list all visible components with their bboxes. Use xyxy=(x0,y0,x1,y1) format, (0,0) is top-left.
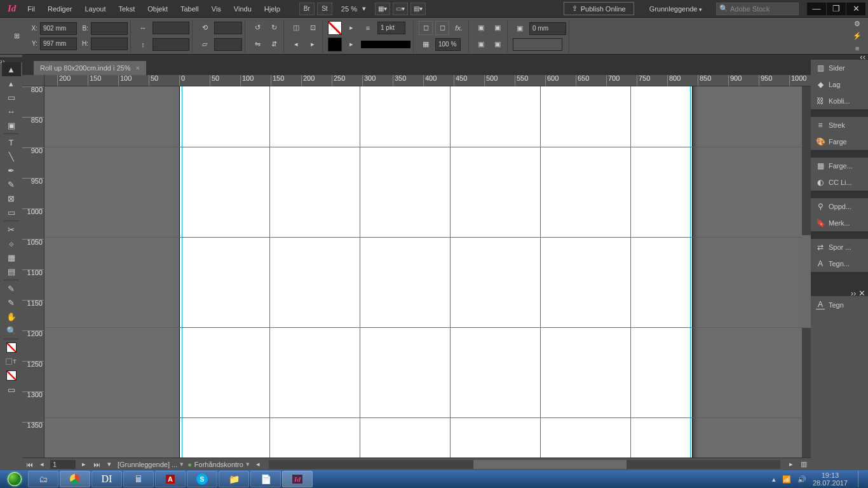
panel-menu-icon[interactable]: ≡ xyxy=(850,42,864,54)
publish-online-button[interactable]: ⇪Publish Online xyxy=(564,2,634,15)
split-view-icon[interactable]: ▥ xyxy=(799,460,808,468)
taskbar-app-skype[interactable]: S xyxy=(187,471,217,487)
panel-swatches[interactable]: ▦Farge... xyxy=(811,158,868,174)
dock-handle[interactable] xyxy=(22,55,811,60)
container-select-icon[interactable]: ◫ xyxy=(289,21,303,35)
screen-mode-icon[interactable]: ▭▾ xyxy=(393,3,408,15)
page-tool[interactable]: ▭ xyxy=(2,90,21,104)
view-mode-icon[interactable]: ▭ xyxy=(2,383,21,396)
panel-sider[interactable]: ▥Sider xyxy=(811,60,868,76)
free-transform-tool[interactable]: ⟐ xyxy=(2,236,21,250)
rotate-icon[interactable]: ⟲ xyxy=(198,21,212,35)
pasteboard[interactable] xyxy=(44,86,811,458)
fill-stroke-proxy[interactable] xyxy=(2,341,21,355)
dock-handle-2[interactable]: ›› ✕ xyxy=(811,291,868,296)
rotate-ccw-icon[interactable]: ↺ xyxy=(250,21,264,35)
scale-y-icon[interactable]: ↕ xyxy=(136,37,150,51)
gap-tool[interactable]: ↔ xyxy=(2,104,21,118)
window-maximize-button[interactable]: ❐ xyxy=(827,3,846,15)
select-next-icon[interactable]: ▸ xyxy=(306,37,320,51)
panel-tegn-styles[interactable]: ATegn... xyxy=(811,255,868,272)
text-wrap-none-icon[interactable]: ▣ xyxy=(474,21,488,35)
scroll-right-button[interactable]: ▸ xyxy=(787,460,796,468)
corner-radius-field[interactable]: 0 mm xyxy=(529,22,566,35)
ruler-origin[interactable] xyxy=(22,75,44,86)
corners-icon[interactable]: ◻ xyxy=(419,21,433,35)
gradient-swatch-tool[interactable]: ▦ xyxy=(2,250,21,264)
horizontal-ruler[interactable]: 200 150 100 50 0 50 100 150 200 250 300 … xyxy=(44,75,811,86)
window-minimize-button[interactable]: — xyxy=(807,3,826,15)
eyedropper-tool[interactable]: ✎ xyxy=(2,295,21,309)
panel-koblinger[interactable]: ⛓Kobli... xyxy=(811,93,868,109)
zoom-dropdown[interactable]: 25 %▾ xyxy=(339,4,369,13)
stroke-weight-field[interactable]: 1 pkt xyxy=(377,22,405,34)
menu-fil[interactable]: Fil xyxy=(21,3,41,15)
taskbar-app-explorer[interactable]: 📁 xyxy=(219,471,249,487)
frame-fitting-icon[interactable]: ▣ xyxy=(513,22,527,36)
taskbar-app-indesign[interactable]: Id xyxy=(282,471,313,487)
zoom-tool[interactable]: 🔍 xyxy=(2,323,21,337)
content-select-icon[interactable]: ⊡ xyxy=(306,21,320,35)
text-wrap-jump-icon[interactable]: ▣ xyxy=(491,37,505,51)
pencil-tool[interactable]: ✎ xyxy=(2,177,21,191)
tray-overflow-icon[interactable]: ▴ xyxy=(772,475,776,484)
panel-cc-libraries[interactable]: ◐CC Li... xyxy=(811,174,868,191)
rotate-cw-icon[interactable]: ↻ xyxy=(267,21,281,35)
panel-tegn[interactable]: ATegn xyxy=(811,296,868,313)
rotate-field[interactable] xyxy=(214,22,242,34)
fx-icon[interactable]: fx. xyxy=(452,21,466,35)
text-wrap-around-icon[interactable]: ▣ xyxy=(491,21,505,35)
fill-dd-icon[interactable]: ▸ xyxy=(344,21,358,35)
rectangle-tool[interactable]: ▭ xyxy=(2,205,21,219)
vertical-ruler[interactable]: 800 850 900 950 1000 1050 1100 1150 1200… xyxy=(22,86,44,458)
layout-preset-dropdown[interactable]: [Grunnleggende] ... ▾ xyxy=(118,460,184,468)
y-field[interactable]: 997 mm xyxy=(40,37,77,50)
page-number-field[interactable]: 1 xyxy=(50,460,76,469)
stroke-swatch[interactable] xyxy=(328,37,342,51)
prev-page-button[interactable]: ◂ xyxy=(37,460,46,468)
h-field[interactable] xyxy=(91,37,128,50)
fill-swatch[interactable] xyxy=(328,21,342,35)
line-tool[interactable]: ╲ xyxy=(2,149,21,163)
drop-shadow-icon[interactable]: ◻ xyxy=(435,21,449,35)
type-tool[interactable]: T xyxy=(2,135,21,149)
panel-strek[interactable]: ≡Strek xyxy=(811,117,868,133)
taskbar-app-acrobat[interactable]: A xyxy=(155,471,186,487)
scissors-tool[interactable]: ✂ xyxy=(2,222,21,236)
panel-oppdag[interactable]: ⚲Oppd... xyxy=(811,198,868,215)
scrollbar-thumb[interactable] xyxy=(802,235,811,328)
menu-tabell[interactable]: Tabell xyxy=(174,3,205,15)
direct-selection-tool[interactable]: ▴ xyxy=(2,76,21,90)
dock-collapse-handle[interactable]: ‹‹ xyxy=(811,55,868,60)
last-page-button[interactable]: ⏭ xyxy=(92,461,101,468)
adobe-stock-search[interactable]: 🔍 Adobe Stock xyxy=(716,3,799,15)
panel-farge[interactable]: 🎨Farge xyxy=(811,133,868,150)
note-tool[interactable]: ✎ xyxy=(2,281,21,295)
apply-color-icon[interactable]: T xyxy=(2,355,21,369)
tray-network-icon[interactable]: 📶 xyxy=(782,475,791,484)
taskbar-app-notepad[interactable]: 📄 xyxy=(250,471,281,487)
taskbar-app-doublecmd[interactable]: 🗂 xyxy=(28,471,58,487)
next-page-button[interactable]: ▸ xyxy=(79,460,88,468)
stroke-style-dropdown[interactable] xyxy=(361,41,410,48)
text-wrap-shape-icon[interactable]: ▣ xyxy=(474,37,488,51)
flip-h-icon[interactable]: ⇋ xyxy=(250,37,264,51)
menu-tekst[interactable]: Tekst xyxy=(112,3,142,15)
selection-tool[interactable]: ▲ xyxy=(2,62,21,76)
shear-field[interactable] xyxy=(214,38,242,51)
taskbar-clock[interactable]: 19:13 28.07.2017 xyxy=(813,471,848,487)
view-options-icon[interactable]: ▦▾ xyxy=(375,3,390,15)
menu-layout[interactable]: Layout xyxy=(78,3,112,15)
first-page-button[interactable]: ⏮ xyxy=(25,461,34,468)
menu-vis[interactable]: Vis xyxy=(205,3,227,15)
panel-spor[interactable]: ⇄Spor ... xyxy=(811,239,868,255)
quick-apply-icon[interactable]: ⚡ xyxy=(850,30,864,42)
x-field[interactable]: 902 mm xyxy=(40,22,77,35)
menu-hjelp[interactable]: Hjelp xyxy=(258,3,287,15)
open-page-menu-icon[interactable]: ▾ xyxy=(105,460,114,468)
gradient-feather-tool[interactable]: ▤ xyxy=(2,264,21,278)
toolbox-dock-handle[interactable]: ›› xyxy=(0,57,22,62)
scrollbar-thumb[interactable] xyxy=(473,460,627,469)
shear-icon[interactable]: ▱ xyxy=(198,37,212,51)
guide[interactable] xyxy=(182,86,182,458)
